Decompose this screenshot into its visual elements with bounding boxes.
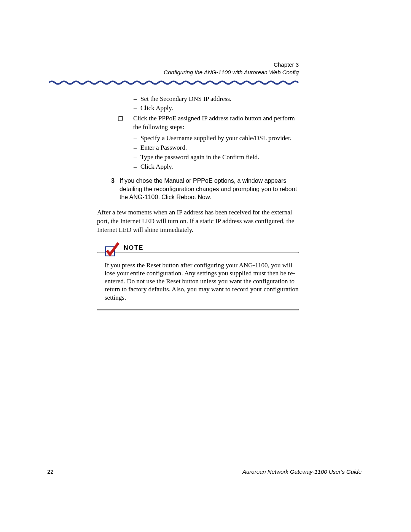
list-text: Set the Secondary DNS IP address. (140, 95, 231, 104)
checkmark-icon (104, 241, 120, 257)
list-item: – Specify a Username supplied by your ca… (134, 134, 299, 143)
numbered-step: 3 If you chose the Manual or PPPoE optio… (111, 177, 299, 201)
list-text: Click Apply. (140, 163, 173, 171)
list-item: 3 If you chose the Manual or PPPoE optio… (111, 177, 299, 201)
dash-bullet-icon: – (134, 104, 140, 113)
dash-list-2: – Specify a Username supplied by your ca… (134, 134, 299, 171)
page-number: 22 (47, 468, 54, 475)
note-rule-bottom (97, 309, 299, 310)
note-rule-top (97, 252, 299, 253)
list-text: Click the PPPoE assigned IP address radi… (133, 114, 299, 132)
dash-bullet-icon: – (134, 153, 140, 162)
list-item: – Set the Secondary DNS IP address. (134, 95, 299, 104)
dash-bullet-icon: – (134, 134, 140, 143)
step-number: 3 (111, 177, 119, 201)
list-text: Specify a Username supplied by your cabl… (140, 134, 292, 143)
dash-bullet-icon: – (134, 163, 140, 171)
dash-bullet-icon: – (134, 144, 140, 152)
list-text: Click Apply. (140, 104, 173, 113)
page-footer: 22 Aurorean Network Gateway-1100 User's … (47, 468, 362, 475)
chapter-label: Chapter 3 (97, 61, 299, 69)
chapter-subtitle: Configuring the ANG-1100 with Aurorean W… (97, 69, 299, 76)
list-item: – Click Apply. (134, 104, 299, 113)
step-text: If you chose the Manual or PPPoE options… (119, 177, 299, 201)
body-paragraph: After a few moments when an IP address h… (97, 208, 299, 235)
dash-list-1: – Set the Secondary DNS IP address. – Cl… (134, 95, 299, 113)
list-text: Type the password again in the Confirm f… (140, 153, 259, 162)
note-label: NOTE (122, 244, 145, 251)
note-block: NOTE If you press the Reset button after… (97, 246, 299, 310)
box-bullet-icon: ❐ (118, 115, 133, 133)
page-header: Chapter 3 Configuring the ANG-1100 with … (97, 61, 299, 77)
dash-bullet-icon: – (134, 95, 140, 104)
note-body: If you press the Reset button after conf… (105, 261, 299, 302)
list-item: ❐ Click the PPPoE assigned IP address ra… (118, 114, 299, 132)
footer-title: Aurorean Network Gateway-1100 User's Gui… (242, 468, 362, 475)
list-text: Enter a Password. (140, 144, 187, 152)
list-item: – Enter a Password. (134, 144, 299, 152)
list-item: – Type the password again in the Confirm… (134, 153, 299, 162)
box-list: ❐ Click the PPPoE assigned IP address ra… (118, 114, 299, 132)
list-item: – Click Apply. (134, 163, 299, 171)
